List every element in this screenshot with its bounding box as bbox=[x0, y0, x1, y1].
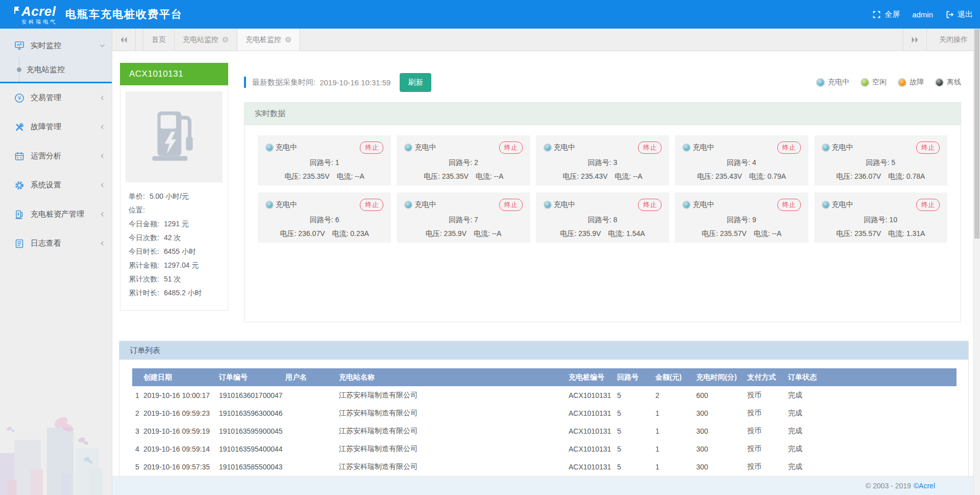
legend-item: 故障 bbox=[898, 78, 924, 87]
legend-label: 故障 bbox=[910, 78, 924, 87]
legend-dot bbox=[935, 78, 944, 87]
terminate-button[interactable]: 终止 bbox=[916, 199, 940, 211]
current-value: 0.78A bbox=[906, 172, 925, 180]
station-id-header: ACX1010131 bbox=[120, 63, 228, 85]
circuit-no: 4 bbox=[752, 158, 756, 167]
logout-button[interactable]: 退出 bbox=[945, 10, 973, 19]
circuit-card: 充电中 终止 回路号: 1 电压: 235.35V 电流: --A bbox=[258, 135, 391, 185]
sidebar-item-operations-analysis[interactable]: 运营分析 bbox=[0, 142, 112, 171]
card-status-label: 充电中 bbox=[693, 200, 714, 209]
sidebar-item-system-settings[interactable]: 系统设置 bbox=[0, 171, 112, 200]
tab-home[interactable]: 首页 bbox=[143, 29, 175, 51]
sidebar: 实时监控 充电站监控 ¥ 交易管理 bbox=[0, 29, 112, 495]
voltage-label: 电压: bbox=[560, 229, 576, 238]
tabs-scroll-left-button[interactable] bbox=[112, 29, 136, 51]
voltage-value: 235.43V bbox=[581, 172, 607, 180]
legend-item: 离线 bbox=[935, 78, 961, 87]
sidebar-item-station-monitor[interactable]: 充电站监控 bbox=[0, 57, 112, 82]
orders-header-row: 创建日期订单编号用户名充电站名称充电桩编号回路号金额(元)充电时间(分)支付方式… bbox=[132, 368, 957, 386]
stat-value: 51 次 bbox=[164, 272, 181, 286]
terminate-button[interactable]: 终止 bbox=[777, 142, 801, 154]
main-content: ACX1010131 单价: 5.00 小时/元 位置: 今日金额: bbox=[112, 51, 980, 476]
fullscreen-button[interactable]: 全屏 bbox=[872, 10, 900, 19]
terminate-button[interactable]: 终止 bbox=[499, 199, 523, 211]
sidebar-item-label: 系统设置 bbox=[31, 180, 61, 190]
circuit-label: 回路号: bbox=[866, 158, 889, 167]
chevron-left-icon bbox=[99, 124, 106, 130]
circuit-cards: 充电中 终止 回路号: 1 电压: 235.35V 电流: --A 充电中 终止… bbox=[258, 135, 947, 243]
card-status-label: 充电中 bbox=[832, 200, 853, 209]
current-label: 电流: bbox=[476, 172, 492, 180]
sidebar-item-faults[interactable]: 故障管理 bbox=[0, 112, 112, 142]
refresh-button[interactable]: 刷新 bbox=[400, 73, 431, 92]
tabs-scroll-right-button[interactable] bbox=[903, 29, 926, 51]
card-status-label: 充电中 bbox=[276, 143, 297, 152]
current-label: 电流: bbox=[615, 172, 631, 180]
voltage-value: 235.57V bbox=[854, 229, 881, 238]
circuit-card: 充电中 终止 回路号: 7 电压: 235.9V 电流: --A bbox=[397, 193, 530, 243]
circuit-label: 回路号: bbox=[449, 158, 472, 167]
current-value: --A bbox=[492, 229, 502, 238]
tab-close-icon[interactable] bbox=[285, 36, 291, 43]
voltage-value: 236.07V bbox=[298, 229, 325, 238]
card-status-label: 充电中 bbox=[832, 143, 853, 152]
terminate-button[interactable]: 终止 bbox=[360, 199, 383, 211]
circuit-label: 回路号: bbox=[864, 216, 888, 224]
logout-icon bbox=[945, 10, 954, 19]
terminate-button[interactable]: 终止 bbox=[499, 142, 523, 154]
orders-col-header: 充电桩编号 bbox=[568, 368, 616, 386]
sidebar-item-realtime-monitor[interactable]: 实时监控 bbox=[0, 34, 112, 57]
terminate-button[interactable]: 终止 bbox=[777, 199, 801, 211]
sidebar-item-transactions[interactable]: ¥ 交易管理 bbox=[0, 83, 112, 112]
circuit-card: 充电中 终止 回路号: 4 电压: 235.43V 电流: 0.79A bbox=[675, 135, 808, 185]
station-stat-row: 位置: bbox=[126, 203, 223, 217]
voltage-label: 电压: bbox=[702, 229, 718, 238]
terminate-button[interactable]: 终止 bbox=[360, 142, 383, 154]
circuit-card: 充电中 终止 回路号: 10 电压: 235.57V 电流: 1.31A bbox=[814, 193, 947, 243]
circuit-no: 3 bbox=[613, 158, 617, 167]
circuit-label: 回路号: bbox=[588, 158, 611, 167]
tab-bar: 首页 充电站监控 充电桩监控 关闭操作 bbox=[112, 29, 980, 51]
current-value: --A bbox=[494, 172, 504, 180]
orders-table: 创建日期订单编号用户名充电站名称充电桩编号回路号金额(元)充电时间(分)支付方式… bbox=[132, 368, 957, 476]
username[interactable]: admin bbox=[912, 10, 933, 19]
legend-item: 充电中 bbox=[816, 78, 849, 87]
status-dot bbox=[265, 201, 274, 209]
terminate-button[interactable]: 终止 bbox=[916, 142, 940, 154]
footer-brand-link[interactable]: ©Acrel bbox=[914, 482, 935, 490]
orders-col-header: 订单状态 bbox=[787, 368, 957, 386]
vertical-scrollbar[interactable] bbox=[973, 29, 980, 495]
status-dot bbox=[265, 144, 274, 152]
voltage-label: 电压: bbox=[424, 172, 440, 180]
tab-pile-monitor[interactable]: 充电桩监控 bbox=[237, 29, 300, 51]
order-row: 52019-10-16 09:57:351910163585500043江苏安科… bbox=[132, 458, 957, 476]
current-label: 电流: bbox=[749, 172, 766, 180]
status-dot bbox=[822, 201, 830, 209]
voltage-label: 电压: bbox=[562, 172, 579, 180]
charging-pile-image-box bbox=[126, 91, 223, 182]
orders-tbody: 12019-10-16 10:00:171910163601700047江苏安科… bbox=[132, 386, 957, 476]
submenu-dot-icon bbox=[17, 67, 21, 72]
gear-icon bbox=[14, 180, 24, 191]
acrel-logo: Acrel 安科瑞电气 bbox=[13, 5, 57, 25]
city-skyline-decoration bbox=[0, 408, 112, 495]
status-legend: 充电中 空闲 故障 离线 bbox=[816, 78, 961, 87]
stat-value: 42 次 bbox=[164, 231, 181, 245]
close-operations-button[interactable]: 关闭操作 bbox=[926, 29, 980, 51]
legend-dot bbox=[816, 78, 825, 87]
orders-col-index bbox=[132, 368, 142, 386]
sidebar-item-pile-assets[interactable]: 充电桩资产管理 bbox=[0, 200, 112, 229]
current-value: 1.31A bbox=[906, 229, 925, 238]
voltage-value: 235.57V bbox=[720, 229, 747, 238]
tab-close-icon[interactable] bbox=[222, 36, 229, 43]
station-stat-row: 累计金额: 1297.04 元 bbox=[126, 258, 223, 272]
order-row: 32019-10-16 09:59:191910163595900045江苏安科… bbox=[132, 422, 957, 440]
terminate-button[interactable]: 终止 bbox=[638, 199, 662, 211]
terminate-button[interactable]: 终止 bbox=[638, 142, 662, 154]
station-stat-row: 今日时长: 6455 小时 bbox=[126, 245, 223, 258]
tab-station-monitor[interactable]: 充电站监控 bbox=[175, 29, 237, 51]
orders-col-header: 创建日期 bbox=[142, 368, 218, 386]
charging-pile-icon bbox=[14, 209, 24, 220]
sidebar-item-logs[interactable]: 日志查看 bbox=[0, 229, 112, 258]
scrollbar-thumb[interactable] bbox=[974, 29, 979, 239]
